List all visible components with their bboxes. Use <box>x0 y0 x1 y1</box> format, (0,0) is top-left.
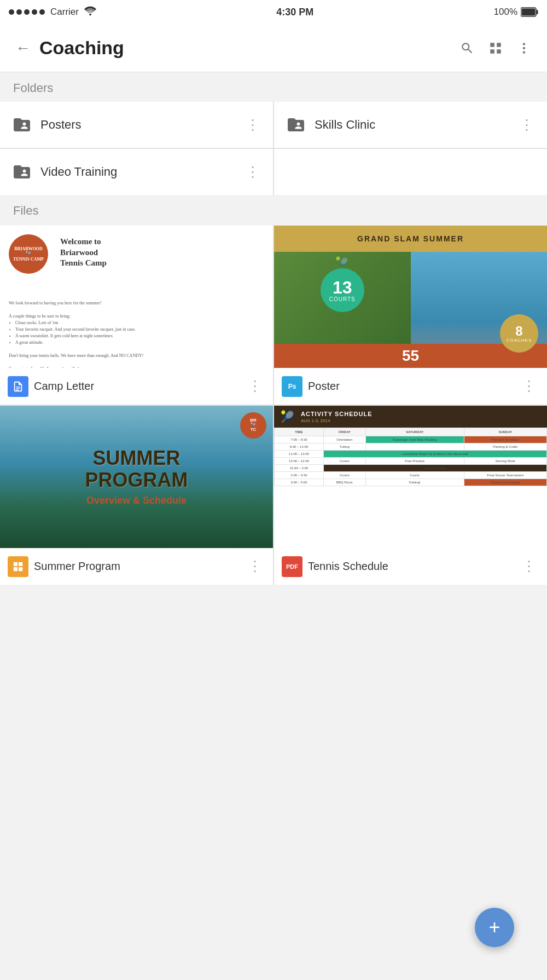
page-title: Coaching <box>39 37 455 59</box>
battery-percent: 100% <box>494 7 517 18</box>
svg-point-4 <box>523 43 525 45</box>
folder-icon-wrap <box>284 113 308 137</box>
grid-icon <box>488 41 503 55</box>
back-arrow-icon: ← <box>15 39 31 57</box>
svg-point-0 <box>89 13 91 15</box>
app-bar: ← Coaching <box>0 24 547 72</box>
svg-point-5 <box>523 47 525 49</box>
folder-shared-icon <box>286 115 306 135</box>
svg-point-6 <box>523 51 525 53</box>
carrier-label: Carrier <box>50 7 79 18</box>
folder-more-video-training[interactable]: ⋮ <box>242 162 263 183</box>
folder-name-video-training: Video Training <box>40 165 242 179</box>
more-vertical-icon <box>517 41 531 55</box>
file-more-summer-program[interactable]: ⋮ <box>245 556 265 577</box>
search-button[interactable] <box>455 36 479 60</box>
file-card-poster[interactable]: GRAND SLAM SUMMER 🎾 13 COURTS 8 <box>274 226 547 405</box>
folder-item-skills-clinic[interactable]: Skills Clinic ⋮ <box>274 102 547 148</box>
file-more-poster[interactable]: ⋮ <box>519 376 539 397</box>
folder-item-video-training[interactable]: Video Training ⋮ <box>0 149 273 195</box>
folder-more-skills-clinic[interactable]: ⋮ <box>516 114 537 136</box>
file-type-pdf-icon: PDF <box>282 556 302 577</box>
back-button[interactable]: ← <box>11 36 35 60</box>
status-bar: Carrier 4:30 PM 100% <box>0 0 547 24</box>
signal-dots <box>9 9 45 15</box>
tennis-schedule-thumbnail: 🎾 ACTIVITY SCHEDULE AUG 1-3, 2014 TIME F… <box>274 406 547 548</box>
files-grid: BRIARWOOD🎾TENNIS CAMP Welcome toBriarwoo… <box>0 226 547 585</box>
folder-shared-icon <box>12 115 32 135</box>
camp-letter-info: Camp Letter ⋮ <box>0 368 273 405</box>
add-fab-button[interactable]: + <box>475 908 514 947</box>
grid-view-button[interactable] <box>484 36 508 60</box>
file-card-camp-letter[interactable]: BRIARWOOD🎾TENNIS CAMP Welcome toBriarwoo… <box>0 226 273 405</box>
status-left: Carrier <box>9 6 96 19</box>
folder-icon-wrap <box>10 160 34 184</box>
svg-rect-2 <box>537 10 538 14</box>
summer-program-info: Summer Program ⋮ <box>0 548 273 585</box>
battery-icon <box>521 7 538 17</box>
svg-rect-7 <box>14 562 18 566</box>
camp-letter-thumbnail: BRIARWOOD🎾TENNIS CAMP Welcome toBriarwoo… <box>0 226 273 368</box>
folders-grid: Posters ⋮ Skills Clinic ⋮ Video Training… <box>0 102 547 195</box>
svg-rect-10 <box>19 567 22 570</box>
folder-shared-icon <box>12 162 32 182</box>
poster-info: Ps Poster ⋮ <box>274 368 547 405</box>
folder-empty-slot <box>274 149 547 195</box>
time-display: 4:30 PM <box>276 7 313 18</box>
file-type-doc-icon <box>8 376 28 397</box>
folder-more-posters[interactable]: ⋮ <box>242 114 263 136</box>
svg-rect-3 <box>522 9 536 16</box>
file-more-camp-letter[interactable]: ⋮ <box>245 376 265 397</box>
summer-program-thumbnail: BR🎾TC SUMMERPROGRAM Overview & Schedule <box>0 406 273 548</box>
file-type-keynote-icon <box>8 556 28 577</box>
search-icon <box>460 41 474 55</box>
folder-icon-wrap <box>10 113 34 137</box>
folder-name-posters: Posters <box>40 118 242 132</box>
file-card-tennis-schedule[interactable]: 🎾 ACTIVITY SCHEDULE AUG 1-3, 2014 TIME F… <box>274 406 547 585</box>
file-name-tennis-schedule: Tennis Schedule <box>308 560 519 573</box>
files-section-label: Files <box>0 195 547 224</box>
summer-logo-badge: BR🎾TC <box>240 412 266 439</box>
file-card-summer-program[interactable]: BR🎾TC SUMMERPROGRAM Overview & Schedule … <box>0 406 273 585</box>
folder-item-posters[interactable]: Posters ⋮ <box>0 102 273 148</box>
file-name-summer-program: Summer Program <box>34 560 245 573</box>
more-options-button[interactable] <box>512 36 536 60</box>
poster-thumbnail: GRAND SLAM SUMMER 🎾 13 COURTS 8 <box>274 226 547 368</box>
file-more-tennis-schedule[interactable]: ⋮ <box>519 556 539 577</box>
folders-section-label: Folders <box>0 72 547 102</box>
camp-logo: BRIARWOOD🎾TENNIS CAMP <box>9 234 48 274</box>
toolbar-icons <box>455 36 536 60</box>
file-name-camp-letter: Camp Letter <box>34 380 245 393</box>
file-name-poster: Poster <box>308 380 519 393</box>
wifi-icon <box>84 6 96 19</box>
svg-rect-9 <box>14 567 18 570</box>
file-type-ps-icon: Ps <box>282 376 302 397</box>
svg-rect-8 <box>19 562 22 566</box>
status-right: 100% <box>494 7 538 18</box>
add-fab-icon: + <box>488 918 500 937</box>
folder-name-skills-clinic: Skills Clinic <box>315 118 516 132</box>
tennis-schedule-info: PDF Tennis Schedule ⋮ <box>274 548 547 585</box>
